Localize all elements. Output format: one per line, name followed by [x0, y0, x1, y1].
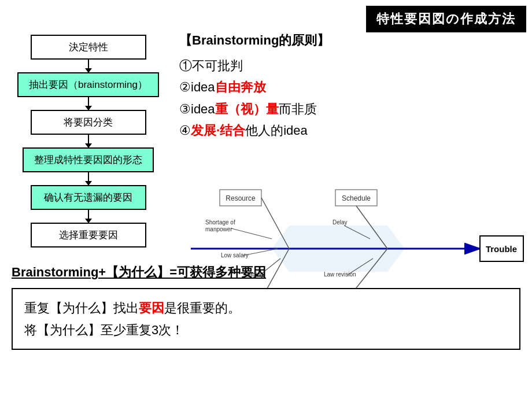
flow-arrow-2 [88, 97, 89, 110]
flow-arrow-1 [88, 60, 89, 72]
brainstorm-section: 【Brainstorming的原则】 ①不可批判 ②idea自由奔放 ③idea… [179, 32, 520, 142]
principle-1: ①不可批判 [179, 55, 520, 76]
bottom-line: Brainstorming+【为什么】=可获得多种要因 [12, 264, 520, 281]
svg-text:Schedule: Schedule [342, 194, 371, 202]
flow-step-5: 确认有无遗漏的要因 [31, 185, 146, 210]
svg-text:manpower: manpower [205, 226, 232, 232]
svg-text:Trouble: Trouble [486, 244, 517, 254]
bottom-box-line2: 将【为什么】至少重复3次！ [24, 319, 508, 341]
bottom-box-line1: 重复【为什么】找出要因是很重要的。 [24, 297, 508, 319]
flow-arrow-5 [88, 210, 89, 223]
flow-step-3: 将要因分类 [31, 110, 146, 135]
principle-2: ②idea自由奔放 [179, 76, 520, 98]
svg-line-18 [231, 228, 272, 239]
svg-text:Resource: Resource [226, 194, 256, 202]
svg-text:Shortage of: Shortage of [205, 219, 235, 226]
flow-arrow-4 [88, 172, 89, 185]
bottom-box: 重复【为什么】找出要因是很重要的。 将【为什么】至少重复3次！ [12, 288, 520, 350]
flowchart: 決定特性 抽出要因（brainstorming） 将要因分类 整理成特性要因図的… [17, 35, 159, 247]
principle-list: ①不可批判 ②idea自由奔放 ③idea重（视）量而非质 ④发展·结合他人的i… [179, 55, 520, 142]
flow-step-4: 整理成特性要因図的形态 [23, 147, 154, 172]
page-title: 特性要因図の作成方法 [366, 6, 526, 32]
flow-step-6: 选择重要要因 [31, 223, 146, 247]
flow-step-1: 決定特性 [31, 35, 146, 60]
principle-4: ④发展·结合他人的idea [179, 120, 520, 141]
bottom-section: Brainstorming+【为什么】=可获得多种要因 重复【为什么】找出要因是… [12, 264, 520, 350]
flow-arrow-3 [88, 135, 89, 147]
principle-3: ③idea重（视）量而非质 [179, 98, 520, 120]
brainstorm-title: 【Brainstorming的原则】 [179, 32, 520, 49]
flow-step-2: 抽出要因（brainstorming） [17, 72, 159, 97]
svg-text:Delay: Delay [332, 219, 348, 226]
